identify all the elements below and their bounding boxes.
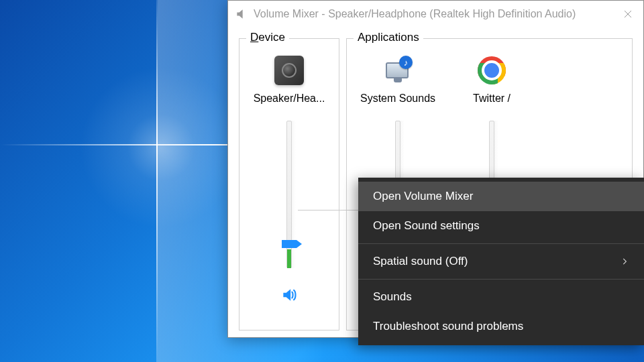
speaker-icon	[274, 56, 304, 85]
volume-mixer-icon	[235, 7, 248, 21]
twitter-label: Twitter /	[451, 93, 532, 105]
titlebar[interactable]: Volume Mixer - Speaker/Headphone (Realte…	[228, 1, 643, 27]
device-group-label: Device	[246, 31, 289, 44]
device-slider-thumb[interactable]	[282, 240, 297, 248]
menu-item-label: Spatial sound (Off)	[373, 255, 468, 268]
menu-item-label: Open Sound settings	[373, 219, 480, 233]
system-sounds-label: System Sounds	[358, 93, 438, 105]
channel-device: Speaker/Hea...	[244, 52, 335, 323]
menu-open-volume-mixer[interactable]: Open Volume Mixer	[358, 182, 644, 211]
device-volume-slider[interactable]	[276, 121, 303, 268]
wallpaper-streak-vertical	[156, 0, 158, 362]
chrome-icon	[478, 56, 506, 84]
wallpaper-streak-horizontal	[0, 144, 228, 145]
device-icon-button[interactable]	[244, 52, 335, 88]
menu-item-label: Open Volume Mixer	[373, 190, 473, 203]
applications-group-label: Applications	[354, 31, 423, 44]
close-button[interactable]	[612, 1, 643, 27]
sound-tray-context-menu: Open Volume Mixer Open Sound settings Sp…	[358, 178, 644, 345]
window-title: Volume Mixer - Speaker/Headphone (Realte…	[254, 8, 612, 20]
device-group: Device Speaker/Hea...	[239, 38, 339, 330]
device-label: Speaker/Hea...	[249, 93, 329, 105]
menu-spatial-sound[interactable]: Spatial sound (Off)	[358, 247, 644, 276]
menu-separator	[358, 279, 644, 280]
menu-sounds[interactable]: Sounds	[358, 282, 644, 312]
menu-troubleshoot-sound[interactable]: Troubleshoot sound problems	[358, 312, 644, 341]
menu-separator	[358, 243, 644, 244]
desktop-background: Volume Mixer - Speaker/Headphone (Realte…	[0, 0, 644, 362]
menu-item-label: Troubleshoot sound problems	[373, 320, 523, 333]
menu-item-label: Sounds	[373, 290, 412, 304]
system-sounds-icon-button[interactable]: ♪	[351, 52, 445, 88]
chevron-right-icon	[620, 257, 629, 266]
system-sounds-icon: ♪	[382, 56, 414, 85]
speaker-unmuted-icon	[280, 286, 298, 304]
device-mute-button[interactable]	[275, 283, 303, 307]
twitter-icon-button[interactable]	[445, 52, 539, 88]
device-level-meter	[287, 249, 291, 268]
menu-open-sound-settings[interactable]: Open Sound settings	[358, 211, 644, 241]
